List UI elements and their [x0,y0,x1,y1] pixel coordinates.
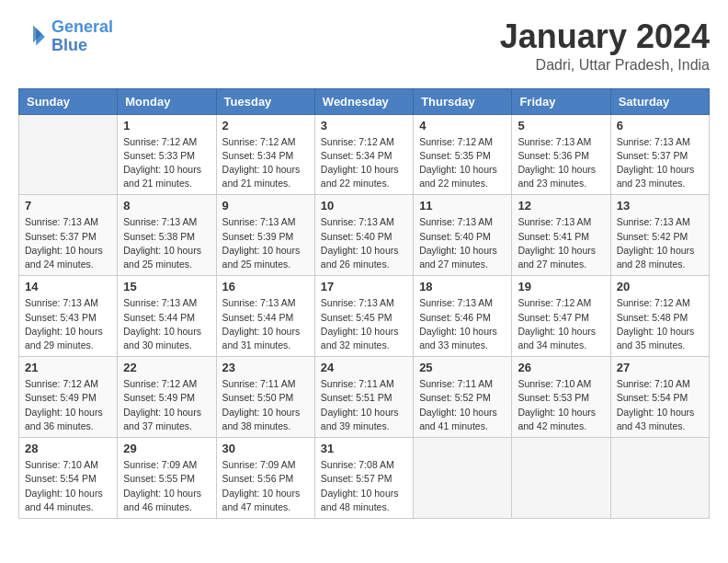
day-info: Sunrise: 7:12 AMSunset: 5:48 PMDaylight:… [617,296,703,352]
calendar-cell: 22Sunrise: 7:12 AMSunset: 5:49 PMDayligh… [118,357,216,438]
weekday-header: Saturday [610,88,709,114]
calendar-week-row: 28Sunrise: 7:10 AMSunset: 5:54 PMDayligh… [19,438,710,519]
calendar-header-row: SundayMondayTuesdayWednesdayThursdayFrid… [19,88,710,114]
calendar-week-row: 1Sunrise: 7:12 AMSunset: 5:33 PMDaylight… [19,114,710,195]
day-number: 11 [419,199,506,213]
day-number: 3 [321,119,407,132]
day-info: Sunrise: 7:13 AMSunset: 5:37 PMDaylight:… [617,135,703,191]
page-header: General Blue January 2024 Dadri, Uttar P… [18,18,710,74]
day-number: 12 [518,199,604,213]
day-info: Sunrise: 7:12 AMSunset: 5:49 PMDaylight:… [123,377,210,433]
calendar-cell: 12Sunrise: 7:13 AMSunset: 5:41 PMDayligh… [512,195,610,276]
calendar-week-row: 14Sunrise: 7:13 AMSunset: 5:43 PMDayligh… [19,276,710,357]
day-info: Sunrise: 7:13 AMSunset: 5:39 PMDaylight:… [222,215,309,271]
calendar-cell: 30Sunrise: 7:09 AMSunset: 5:56 PMDayligh… [216,438,314,519]
calendar-cell: 27Sunrise: 7:10 AMSunset: 5:54 PMDayligh… [610,357,709,438]
day-number: 15 [123,280,210,293]
day-number: 17 [321,280,407,293]
day-info: Sunrise: 7:13 AMSunset: 5:44 PMDaylight:… [222,296,309,352]
calendar-cell: 1Sunrise: 7:12 AMSunset: 5:33 PMDaylight… [118,114,216,195]
day-number: 13 [617,199,703,213]
calendar-cell: 21Sunrise: 7:12 AMSunset: 5:49 PMDayligh… [19,357,118,438]
day-info: Sunrise: 7:13 AMSunset: 5:43 PMDaylight:… [25,296,111,352]
day-number: 22 [123,361,210,374]
day-info: Sunrise: 7:10 AMSunset: 5:53 PMDaylight:… [518,377,604,433]
day-number: 25 [419,361,506,374]
day-info: Sunrise: 7:12 AMSunset: 5:47 PMDaylight:… [518,296,604,352]
day-number: 26 [518,361,604,374]
day-number: 4 [419,119,506,132]
day-number: 5 [518,119,604,132]
calendar-cell: 11Sunrise: 7:13 AMSunset: 5:40 PMDayligh… [414,195,512,276]
calendar-cell: 16Sunrise: 7:13 AMSunset: 5:44 PMDayligh… [216,276,314,357]
calendar-cell [19,114,118,195]
calendar-cell: 20Sunrise: 7:12 AMSunset: 5:48 PMDayligh… [610,276,709,357]
calendar-cell: 3Sunrise: 7:12 AMSunset: 5:34 PMDaylight… [314,114,413,195]
day-info: Sunrise: 7:12 AMSunset: 5:34 PMDaylight:… [222,135,309,191]
calendar-cell: 2Sunrise: 7:12 AMSunset: 5:34 PMDaylight… [216,114,314,195]
calendar-cell: 7Sunrise: 7:13 AMSunset: 5:37 PMDaylight… [19,195,118,276]
day-number: 6 [617,119,703,132]
day-number: 31 [321,442,407,455]
day-info: Sunrise: 7:08 AMSunset: 5:57 PMDaylight:… [321,458,407,514]
calendar-cell: 15Sunrise: 7:13 AMSunset: 5:44 PMDayligh… [118,276,216,357]
day-info: Sunrise: 7:13 AMSunset: 5:41 PMDaylight:… [518,215,604,271]
day-number: 30 [222,442,309,455]
day-number: 29 [123,442,210,455]
month-title: January 2024 [500,18,710,55]
day-info: Sunrise: 7:12 AMSunset: 5:33 PMDaylight:… [123,135,210,191]
logo-general: General [51,17,113,36]
weekday-header: Sunday [19,88,118,114]
day-info: Sunrise: 7:09 AMSunset: 5:55 PMDaylight:… [123,458,210,514]
calendar-cell: 31Sunrise: 7:08 AMSunset: 5:57 PMDayligh… [314,438,413,519]
calendar-cell [512,438,610,519]
day-info: Sunrise: 7:13 AMSunset: 5:44 PMDaylight:… [123,296,210,352]
day-info: Sunrise: 7:13 AMSunset: 5:40 PMDaylight:… [321,215,407,271]
day-info: Sunrise: 7:10 AMSunset: 5:54 PMDaylight:… [617,377,703,433]
day-info: Sunrise: 7:12 AMSunset: 5:35 PMDaylight:… [419,135,506,191]
day-number: 18 [419,280,506,293]
day-number: 20 [617,280,703,293]
day-number: 1 [123,119,210,132]
calendar-week-row: 7Sunrise: 7:13 AMSunset: 5:37 PMDaylight… [19,195,710,276]
day-number: 7 [25,199,111,213]
day-info: Sunrise: 7:11 AMSunset: 5:52 PMDaylight:… [419,377,506,433]
calendar-cell: 24Sunrise: 7:11 AMSunset: 5:51 PMDayligh… [314,357,413,438]
calendar-cell: 25Sunrise: 7:11 AMSunset: 5:52 PMDayligh… [414,357,512,438]
weekday-header: Tuesday [216,88,314,114]
weekday-header: Wednesday [314,88,413,114]
calendar-week-row: 21Sunrise: 7:12 AMSunset: 5:49 PMDayligh… [19,357,710,438]
calendar-cell: 5Sunrise: 7:13 AMSunset: 5:36 PMDaylight… [512,114,610,195]
day-info: Sunrise: 7:10 AMSunset: 5:54 PMDaylight:… [25,458,111,514]
calendar-cell: 14Sunrise: 7:13 AMSunset: 5:43 PMDayligh… [19,276,118,357]
day-number: 14 [25,280,111,293]
calendar-cell: 28Sunrise: 7:10 AMSunset: 5:54 PMDayligh… [19,438,118,519]
day-info: Sunrise: 7:11 AMSunset: 5:50 PMDaylight:… [222,377,309,433]
day-info: Sunrise: 7:09 AMSunset: 5:56 PMDaylight:… [222,458,309,514]
day-number: 9 [222,199,309,213]
calendar-cell: 18Sunrise: 7:13 AMSunset: 5:46 PMDayligh… [414,276,512,357]
calendar-cell: 10Sunrise: 7:13 AMSunset: 5:40 PMDayligh… [314,195,413,276]
day-info: Sunrise: 7:13 AMSunset: 5:37 PMDaylight:… [25,215,111,271]
calendar-cell: 9Sunrise: 7:13 AMSunset: 5:39 PMDaylight… [216,195,314,276]
day-info: Sunrise: 7:13 AMSunset: 5:46 PMDaylight:… [419,296,506,352]
logo: General Blue [18,18,113,55]
logo-blue: Blue [51,36,87,54]
day-number: 24 [321,361,407,374]
calendar-cell [610,438,709,519]
day-number: 28 [25,442,111,455]
day-number: 10 [321,199,407,213]
day-info: Sunrise: 7:13 AMSunset: 5:42 PMDaylight:… [617,215,703,271]
day-number: 21 [25,361,111,374]
day-number: 16 [222,280,309,293]
day-info: Sunrise: 7:13 AMSunset: 5:38 PMDaylight:… [123,215,210,271]
day-info: Sunrise: 7:12 AMSunset: 5:34 PMDaylight:… [321,135,407,191]
day-number: 8 [123,199,210,213]
calendar-cell: 13Sunrise: 7:13 AMSunset: 5:42 PMDayligh… [610,195,709,276]
day-info: Sunrise: 7:13 AMSunset: 5:45 PMDaylight:… [321,296,407,352]
weekday-header: Friday [512,88,610,114]
day-info: Sunrise: 7:13 AMSunset: 5:36 PMDaylight:… [518,135,604,191]
day-number: 27 [617,361,703,374]
title-block: January 2024 Dadri, Uttar Pradesh, India [500,18,710,74]
calendar-cell: 6Sunrise: 7:13 AMSunset: 5:37 PMDaylight… [610,114,709,195]
